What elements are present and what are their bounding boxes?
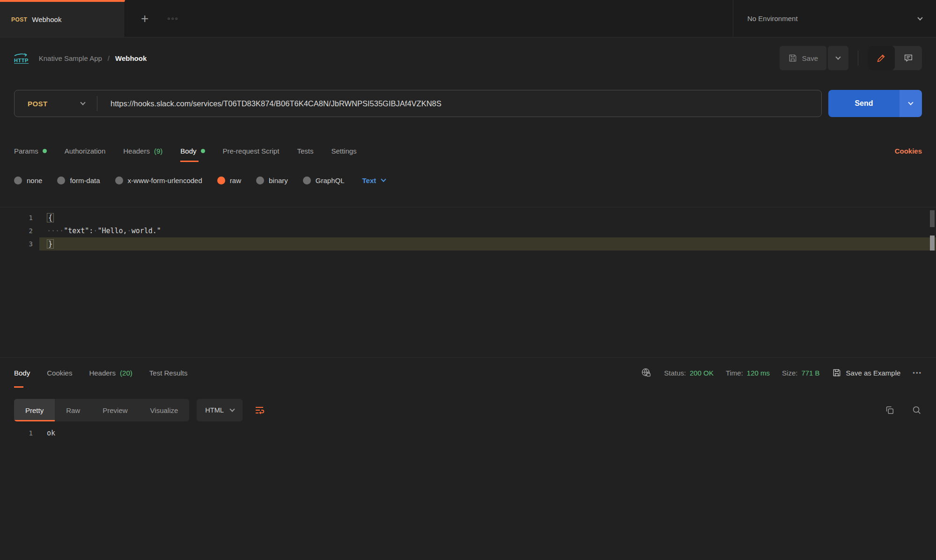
time-value: 120 ms [747, 369, 770, 377]
bracket-highlight: } [47, 239, 54, 249]
body-active-dot [201, 149, 205, 153]
radio-icon [256, 177, 264, 184]
environment-label: No Environment [747, 15, 798, 22]
send-button[interactable]: Send [828, 90, 899, 117]
environment-selector[interactable]: No Environment [733, 0, 936, 37]
editor-cursor-marker [930, 236, 935, 251]
bracket-highlight: { [47, 213, 54, 222]
copy-icon [884, 405, 895, 415]
breadcrumb-request-name[interactable]: Webhook [115, 54, 147, 62]
chevron-down-icon [229, 406, 235, 412]
status-value: 200 OK [690, 369, 714, 377]
editor-line: 2 ····"text":·"Hello,·world." [0, 224, 936, 237]
response-more-options-icon[interactable]: ••• [913, 369, 922, 376]
chevron-down-icon [381, 177, 386, 182]
headers-count-badge: (9) [154, 147, 162, 155]
tab-tests[interactable]: Tests [297, 140, 313, 162]
floppy-icon [832, 368, 841, 377]
line-number: 3 [0, 240, 39, 248]
view-visualize[interactable]: Visualize [139, 399, 190, 421]
view-preview[interactable]: Preview [91, 399, 139, 421]
header-actions: Save [780, 46, 922, 70]
size-meta[interactable]: Size: 771 B [782, 369, 820, 377]
response-meta: Status: 200 OK Time: 120 ms Size: 771 B … [641, 358, 922, 388]
editor-scrollbar-thumb[interactable] [930, 210, 935, 227]
view-raw[interactable]: Raw [55, 399, 91, 421]
chevron-down-icon [80, 100, 85, 105]
request-header-row: HTTP Knative Sample App / Webhook Save [0, 37, 936, 79]
url-input[interactable]: https://hooks.slack.com/services/T06TD83… [97, 99, 442, 108]
tab-headers[interactable]: Headers (9) [123, 140, 162, 162]
response-format-selector[interactable]: HTML [197, 399, 242, 421]
time-meta[interactable]: Time: 120 ms [726, 369, 770, 377]
mode-none[interactable]: none [14, 177, 42, 184]
line-number: 1 [0, 214, 39, 221]
http-request-icon: HTTP [14, 53, 29, 64]
mode-raw[interactable]: raw [217, 177, 241, 184]
tab-settings[interactable]: Settings [331, 140, 356, 162]
tab-bar: POST Webhook + ○○○ No Environment [0, 0, 936, 37]
request-tabs: Params Authorization Headers (9) Body Pr… [0, 140, 936, 162]
send-button-group: Send [828, 90, 922, 117]
breadcrumb-collection[interactable]: Knative Sample App [39, 54, 102, 62]
new-tab-button[interactable]: + [141, 12, 148, 25]
search-response-button[interactable] [912, 405, 922, 415]
wrap-lines-icon [254, 405, 265, 416]
tab-more-options-icon[interactable]: ○○○ [167, 16, 178, 21]
edit-request-button[interactable] [868, 46, 895, 70]
tab-pre-request-script[interactable]: Pre-request Script [223, 140, 280, 162]
response-tab-headers[interactable]: Headers (20) [89, 358, 132, 388]
comment-icon [903, 53, 914, 63]
tab-params[interactable]: Params [14, 140, 47, 162]
response-tab-body[interactable]: Body [14, 358, 30, 388]
request-body-editor[interactable]: 1 { 2 ····"text":·"Hello,·world." 3 } [0, 207, 936, 358]
response-tab-test-results[interactable]: Test Results [149, 358, 188, 388]
tab-title: Webhook [32, 15, 61, 23]
mode-x-www-form-urlencoded[interactable]: x-www-form-urlencoded [115, 177, 202, 184]
response-text: ok [39, 429, 55, 437]
mode-binary[interactable]: binary [256, 177, 288, 184]
line-number: 1 [0, 429, 39, 437]
wrap-lines-button[interactable] [254, 405, 265, 416]
method-selector[interactable]: POST [15, 100, 97, 108]
postman-window: POST Webhook + ○○○ No Environment HTTP K… [0, 0, 936, 560]
search-icon [912, 405, 922, 415]
breadcrumb-separator: / [108, 54, 110, 62]
method-label: POST [28, 100, 47, 108]
mode-graphql[interactable]: GraphQL [303, 177, 345, 184]
response-toolbar-right [884, 405, 922, 415]
body-mode-row: none form-data x-www-form-urlencoded raw… [0, 172, 936, 188]
edit-comment-group [868, 46, 922, 70]
save-options-button[interactable] [828, 46, 848, 70]
editor-line: 1 { [0, 211, 936, 224]
send-options-button[interactable] [899, 90, 922, 117]
response-tab-cookies[interactable]: Cookies [47, 358, 72, 388]
tab-authorization[interactable]: Authorization [65, 140, 106, 162]
pencil-icon [876, 53, 886, 63]
floppy-icon [788, 53, 797, 63]
radio-icon [115, 177, 123, 184]
status-meta[interactable]: Status: 200 OK [664, 369, 714, 377]
divider [858, 51, 858, 66]
raw-language-selector[interactable]: Text [362, 177, 386, 184]
cookies-link[interactable]: Cookies [895, 147, 922, 155]
response-headers-count-badge: (20) [120, 369, 133, 377]
chevron-down-icon [835, 54, 840, 59]
radio-icon [57, 177, 65, 184]
response-body[interactable]: 1 ok [0, 429, 936, 437]
open-request-tab[interactable]: POST Webhook [0, 0, 125, 37]
mode-form-data[interactable]: form-data [57, 177, 100, 184]
save-as-example-button[interactable]: Save as Example [832, 368, 901, 377]
response-tabs: Body Cookies Headers (20) Test Results S… [0, 358, 936, 388]
comments-button[interactable] [895, 46, 922, 70]
save-button[interactable]: Save [780, 46, 826, 70]
save-button-label: Save [802, 54, 818, 62]
whitespace-dots: ···· [47, 227, 64, 235]
tab-body[interactable]: Body [180, 140, 205, 162]
radio-icon [14, 177, 22, 184]
view-pretty[interactable]: Pretty [14, 399, 55, 421]
copy-response-button[interactable] [884, 405, 895, 415]
network-globe-lock-icon[interactable] [641, 367, 652, 378]
size-value: 771 B [801, 369, 819, 377]
line-number: 2 [0, 227, 39, 235]
